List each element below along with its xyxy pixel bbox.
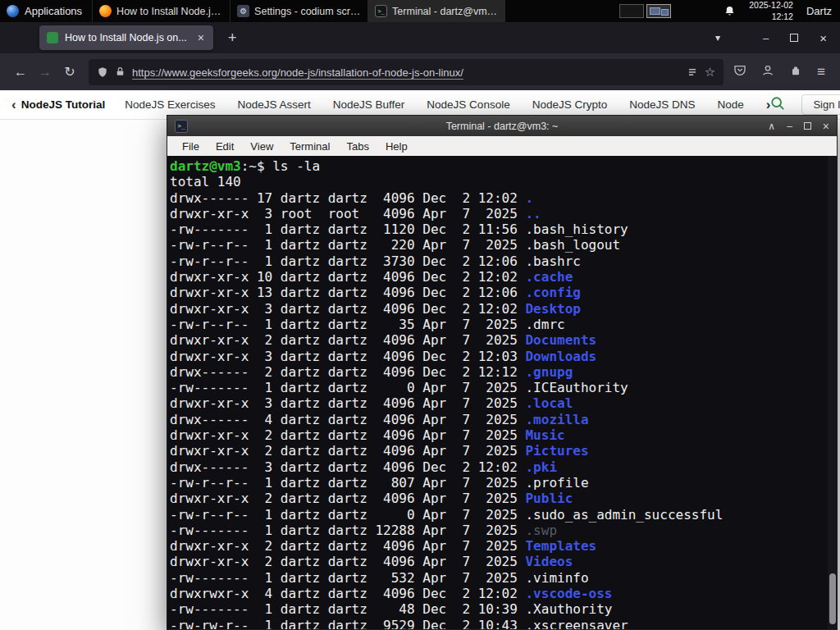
- file-attributes: -rw-r--r-- 1 dartz dartz 3730 Dec 2 12:0…: [170, 253, 525, 269]
- window-maximize-button[interactable]: [790, 34, 798, 42]
- back-button[interactable]: ←: [8, 65, 33, 80]
- bookmark-star-icon[interactable]: ☆: [705, 65, 715, 80]
- directory-name: .mozilla: [525, 412, 588, 427]
- terminal-menu-file[interactable]: File: [174, 140, 208, 153]
- gfg-nav-item[interactable]: NodeJS Buffer: [333, 98, 405, 111]
- terminal-scrollbar-thumb[interactable]: [829, 573, 836, 624]
- file-attributes: -rw-r--r-- 1 dartz dartz 0 Apr 7 2025: [170, 507, 525, 523]
- gfg-nav-item[interactable]: Node: [718, 98, 744, 111]
- terminal-line: drwxr-xr-x 2 dartz dartz 4096 Apr 7 2025…: [170, 427, 827, 443]
- directory-name: Videos: [525, 554, 573, 569]
- user-name[interactable]: Dartz: [806, 5, 833, 17]
- directory-name: .vscode-oss: [525, 586, 612, 601]
- taskbar-item-title: How to Install Node.js o...: [116, 6, 223, 17]
- window-controls: ▾ – ×: [715, 31, 840, 45]
- file-attributes: -rw------- 1 dartz dartz 12288 Apr 7 202…: [170, 523, 525, 538]
- gfg-nav-right: Sign In: [770, 94, 840, 115]
- search-icon[interactable]: [770, 96, 785, 113]
- file-attributes: drwxr-xr-x 3 dartz dartz 4096 Apr 7 2025: [170, 395, 525, 411]
- gfg-nav-item[interactable]: NodeJS Exercises: [125, 98, 215, 111]
- gfg-nav-item[interactable]: NodeJS Console: [427, 98, 509, 111]
- new-tab-button[interactable]: +: [223, 30, 242, 47]
- taskbar-item[interactable]: ⚙Settings - codium script...: [230, 0, 368, 22]
- url-bar[interactable]: https://www.geeksforgeeks.org/node-js/in…: [89, 59, 724, 85]
- taskbar-item[interactable]: >_Terminal - dartz@vm3: ~: [368, 0, 505, 22]
- terminal-menu-help[interactable]: Help: [377, 140, 416, 153]
- gfg-nav-item[interactable]: NodeJS DNS: [629, 98, 695, 111]
- taskbar-item[interactable]: How to Install Node.js o...: [92, 0, 230, 22]
- notification-bell-icon[interactable]: [724, 5, 736, 17]
- url-text-wrap[interactable]: https://www.geeksforgeeks.org/node-js/in…: [132, 65, 680, 80]
- terminal-menu-view[interactable]: View: [242, 140, 281, 153]
- terminal-maximize-button[interactable]: [804, 122, 811, 130]
- terminal-line: drwxr-xr-x 3 root root 4096 Apr 7 2025 .…: [170, 206, 827, 221]
- list-tabs-icon[interactable]: ▾: [715, 32, 720, 43]
- file-attributes: drwx------ 2 dartz dartz 4096 Dec 2 12:1…: [170, 364, 525, 380]
- file-attributes: drwxr-xr-x 3 dartz dartz 4096 Dec 2 12:0…: [170, 349, 525, 364]
- directory-name: Templates: [525, 538, 596, 554]
- hamburger-menu-icon[interactable]: ≡: [817, 64, 825, 80]
- file-name: .profile: [525, 475, 588, 491]
- terminal-menu-tabs[interactable]: Tabs: [338, 140, 377, 153]
- terminal-line: drwxr-xr-x 2 dartz dartz 4096 Apr 7 2025…: [170, 443, 827, 459]
- terminal-line: drwxr-xr-x 2 dartz dartz 4096 Apr 7 2025…: [170, 538, 827, 554]
- terminal-line: drwxr-xr-x 2 dartz dartz 4096 Apr 7 2025…: [170, 554, 827, 569]
- file-attributes: drwxrwxr-x 4 dartz dartz 4096 Dec 2 12:0…: [170, 586, 525, 601]
- system-top-bar: Applications How to Install Node.js o...…: [0, 0, 840, 22]
- terminal-line: -rw------- 1 dartz dartz 12288 Apr 7 202…: [170, 523, 827, 538]
- workspace-2[interactable]: [646, 4, 671, 18]
- terminal-line: drwxr-xr-x 13 dartz dartz 4096 Dec 2 12:…: [170, 285, 827, 300]
- terminal-titlebar[interactable]: >_ Terminal - dartz@vm3: ~ ∧ – ×: [167, 115, 838, 136]
- terminal-icon: >_: [375, 5, 387, 17]
- tracking-shield-icon[interactable]: [97, 66, 108, 78]
- gfg-nav-item[interactable]: NodeJS Crypto: [532, 98, 608, 111]
- gfg-nav-active-item[interactable]: ‹ NodeJS Tutorial: [11, 98, 105, 112]
- file-name: .xscreensaver: [525, 618, 628, 630]
- extensions-icon[interactable]: [789, 64, 802, 80]
- lock-icon[interactable]: [115, 66, 126, 77]
- file-attributes: -rw-r--r-- 1 dartz dartz 807 Apr 7 2025: [170, 475, 525, 491]
- gfg-nav-active-label: NodeJS Tutorial: [21, 98, 106, 111]
- terminal-prompt-line: dartz@vm3:~$ ls -la: [170, 158, 827, 174]
- directory-name: Downloads: [525, 349, 596, 364]
- terminal-scrollbar[interactable]: [828, 156, 837, 629]
- reader-view-icon[interactable]: [687, 66, 698, 78]
- terminal-close-button[interactable]: ×: [823, 120, 829, 133]
- terminal-shade-button[interactable]: ∧: [768, 121, 775, 132]
- window-minimize-button[interactable]: –: [763, 32, 769, 44]
- taskbar-item-title: Settings - codium script...: [254, 6, 361, 17]
- file-attributes: -rw-rw-r-- 1 dartz dartz 9529 Dec 2 10:4…: [170, 618, 525, 630]
- settings-icon: ⚙: [237, 5, 249, 17]
- workspace-1[interactable]: [619, 4, 644, 18]
- nav-prev-chevron-icon[interactable]: ‹: [11, 98, 16, 112]
- reload-button[interactable]: ↻: [57, 64, 82, 80]
- account-icon[interactable]: [761, 64, 774, 80]
- file-name: .viminfo: [525, 570, 588, 586]
- url-text[interactable]: https://www.geeksforgeeks.org/node-js/in…: [132, 66, 463, 79]
- terminal-app-icon: >_: [175, 120, 188, 133]
- directory-name: .gnupg: [525, 364, 573, 380]
- terminal-line: drwxrwxr-x 4 dartz dartz 4096 Dec 2 12:0…: [170, 586, 827, 601]
- forward-button[interactable]: →: [33, 65, 57, 80]
- clock[interactable]: 2025-12-02 12:12: [749, 0, 793, 21]
- workspace-pager[interactable]: [619, 4, 671, 18]
- terminal-line: -rw-r--r-- 1 dartz dartz 35 Apr 7 2025 .…: [170, 317, 827, 332]
- system-tray: 2025-12-02 12:12 Dartz: [619, 0, 840, 22]
- tab-close-icon[interactable]: ×: [196, 31, 206, 44]
- file-name: .bashrc: [525, 253, 580, 269]
- terminal-line: drwxr-xr-x 2 dartz dartz 4096 Apr 7 2025…: [170, 491, 827, 506]
- clock-date: 2025-12-02: [749, 0, 793, 11]
- pocket-icon[interactable]: [733, 64, 746, 80]
- terminal-minimize-button[interactable]: –: [787, 121, 792, 132]
- window-close-button[interactable]: ×: [819, 31, 827, 45]
- directory-name: Music: [525, 427, 564, 443]
- terminal-title: Terminal - dartz@vm3: ~: [167, 121, 837, 132]
- terminal-menu-edit[interactable]: Edit: [208, 140, 242, 153]
- browser-tab[interactable]: How to Install Node.js on... ×: [39, 25, 213, 50]
- sign-in-button[interactable]: Sign In: [801, 94, 840, 115]
- applications-menu[interactable]: Applications: [0, 0, 92, 22]
- applications-label: Applications: [25, 5, 82, 17]
- terminal-body[interactable]: dartz@vm3:~$ ls -la total 140 drwx------…: [167, 156, 838, 630]
- terminal-menu-terminal[interactable]: Terminal: [281, 140, 338, 153]
- gfg-nav-item[interactable]: NodeJS Assert: [237, 98, 310, 111]
